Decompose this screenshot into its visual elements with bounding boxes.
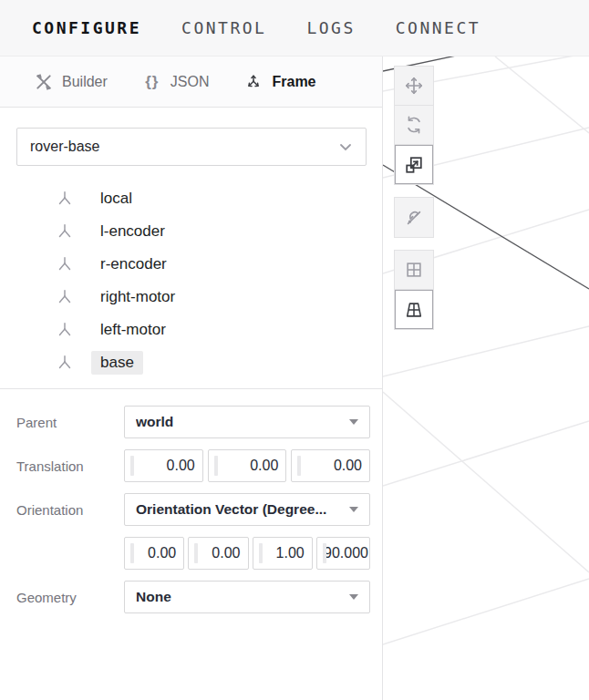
frame-node-icon — [55, 221, 75, 242]
axis-indicator — [194, 543, 198, 563]
subtab-frame-label: Frame — [272, 74, 315, 90]
orientation-theta-input[interactable]: 90.000 — [316, 537, 370, 570]
translation-z-input[interactable]: 0.00 — [291, 449, 370, 482]
orientation-z-input[interactable]: 1.00 — [253, 537, 313, 570]
frame-tree-item-local[interactable]: local — [0, 182, 382, 215]
grid-view-button[interactable] — [395, 251, 433, 290]
orientation-type-select[interactable]: Orientation Vector (Degree... — [124, 493, 370, 526]
scale-tool-button[interactable] — [395, 145, 433, 184]
parent-row: Parent world — [16, 406, 370, 438]
frame-node-icon — [55, 320, 75, 340]
axis-indicator — [214, 456, 218, 476]
machine-part-select-value: rover-base — [30, 139, 99, 155]
json-braces-icon: {} — [142, 72, 162, 92]
translation-x-input[interactable]: 0.00 — [124, 449, 203, 482]
perspective-grid-button[interactable] — [395, 290, 433, 329]
geometry-row: Geometry None — [16, 581, 370, 613]
orientation-label: Orientation — [16, 502, 124, 518]
frame-tree-item-base[interactable]: base — [0, 346, 382, 379]
orientation-type-row: Orientation Orientation Vector (Degree..… — [16, 493, 370, 526]
tab-control[interactable]: CONTROL — [181, 18, 266, 37]
frame-config-panel: Builder {} JSON Frame — [0, 57, 383, 700]
axis-indicator — [130, 456, 134, 476]
translation-row: Translation 0.00 0.00 0.00 — [16, 449, 370, 482]
axis-indicator — [130, 543, 134, 563]
caret-down-icon — [349, 419, 358, 425]
subtab-json-label: JSON — [170, 74, 210, 90]
orientation-y-input[interactable]: 0.00 — [188, 537, 248, 570]
geometry-select[interactable]: None — [124, 581, 370, 613]
grid-tool-group — [394, 250, 434, 330]
frame-tree: local l-encoder r-encoder right-motor le… — [0, 179, 382, 388]
3d-viewport[interactable] — [383, 57, 589, 700]
axis-indicator — [259, 543, 263, 563]
tools-icon — [34, 72, 54, 92]
caret-down-icon — [349, 507, 358, 512]
rotate-icon — [404, 115, 424, 135]
frame-node-icon — [55, 287, 75, 307]
grid-icon — [404, 260, 424, 280]
orientation-x-input[interactable]: 0.00 — [124, 537, 184, 570]
scale-icon — [404, 155, 424, 175]
axis-indicator — [297, 456, 301, 476]
transform-tool-group — [394, 66, 434, 185]
parent-select[interactable]: world — [124, 406, 370, 438]
config-subtabs: Builder {} JSON Frame — [0, 57, 382, 108]
rotate-tool-button[interactable] — [395, 106, 433, 145]
subtab-builder[interactable]: Builder — [34, 72, 108, 92]
frame-node-icon — [55, 189, 75, 209]
chevron-down-icon — [338, 139, 353, 154]
translation-y-input[interactable]: 0.00 — [208, 449, 287, 482]
translation-label: Translation — [16, 458, 124, 474]
move-tool-button[interactable] — [395, 67, 433, 106]
caret-down-icon — [349, 594, 358, 600]
frame-axes-icon — [243, 72, 264, 92]
subtab-frame[interactable]: Frame — [243, 72, 315, 92]
machine-part-select[interactable]: rover-base — [16, 128, 367, 166]
axis-indicator — [323, 543, 326, 563]
frame-node-icon — [55, 353, 75, 373]
move-icon — [404, 76, 424, 96]
frame-tree-item-left-motor[interactable]: left-motor — [0, 314, 382, 346]
subtab-builder-label: Builder — [62, 74, 108, 90]
frame-tree-item-right-motor[interactable]: right-motor — [0, 281, 382, 314]
tab-connect[interactable]: CONNECT — [396, 18, 480, 37]
orientation-values-row: 0.00 0.00 1.00 90.000 — [16, 537, 370, 570]
frame-node-icon — [55, 254, 75, 274]
parent-label: Parent — [16, 415, 124, 430]
perspective-grid-icon — [404, 300, 424, 320]
tab-configure[interactable]: CONFIGURE — [32, 18, 141, 37]
magnet-off-icon — [404, 208, 424, 228]
tab-logs[interactable]: LOGS — [306, 18, 355, 37]
frame-tree-item-l-encoder[interactable]: l-encoder — [0, 215, 382, 248]
top-navigation: CONFIGURE CONTROL LOGS CONNECT — [0, 0, 589, 57]
frame-tree-item-r-encoder[interactable]: r-encoder — [0, 248, 382, 281]
geometry-label: Geometry — [16, 590, 124, 605]
frame-form: Parent world Translation 0.00 — [0, 389, 382, 613]
subtab-json[interactable]: {} JSON — [142, 72, 210, 92]
snap-disabled-button[interactable] — [395, 198, 433, 237]
viewport-toolbar — [394, 66, 434, 342]
snap-tool-group — [394, 197, 434, 238]
